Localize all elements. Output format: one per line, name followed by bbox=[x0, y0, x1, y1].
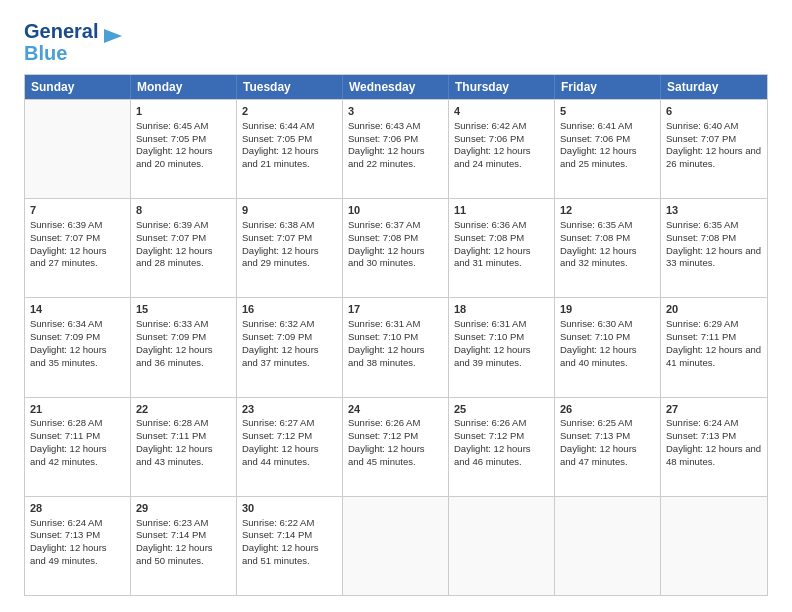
calendar-cell: 16Sunrise: 6:32 AMSunset: 7:09 PMDayligh… bbox=[237, 298, 343, 396]
sunrise-label: Sunrise: 6:24 AM bbox=[666, 417, 738, 428]
daylight-label: Daylight: 12 hours and 46 minutes. bbox=[454, 443, 531, 467]
sunset-label: Sunset: 7:07 PM bbox=[242, 232, 312, 243]
sunrise-label: Sunrise: 6:41 AM bbox=[560, 120, 632, 131]
daylight-label: Daylight: 12 hours and 47 minutes. bbox=[560, 443, 637, 467]
calendar-cell: 13Sunrise: 6:35 AMSunset: 7:08 PMDayligh… bbox=[661, 199, 767, 297]
sunset-label: Sunset: 7:10 PM bbox=[348, 331, 418, 342]
daylight-label: Daylight: 12 hours and 43 minutes. bbox=[136, 443, 213, 467]
calendar-cell: 11Sunrise: 6:36 AMSunset: 7:08 PMDayligh… bbox=[449, 199, 555, 297]
sunrise-label: Sunrise: 6:29 AM bbox=[666, 318, 738, 329]
daylight-label: Daylight: 12 hours and 36 minutes. bbox=[136, 344, 213, 368]
sunset-label: Sunset: 7:07 PM bbox=[666, 133, 736, 144]
daylight-label: Daylight: 12 hours and 30 minutes. bbox=[348, 245, 425, 269]
sunset-label: Sunset: 7:13 PM bbox=[560, 430, 630, 441]
day-number: 15 bbox=[136, 302, 231, 317]
calendar-cell: 24Sunrise: 6:26 AMSunset: 7:12 PMDayligh… bbox=[343, 398, 449, 496]
sunrise-label: Sunrise: 6:26 AM bbox=[348, 417, 420, 428]
daylight-label: Daylight: 12 hours and 51 minutes. bbox=[242, 542, 319, 566]
day-number: 11 bbox=[454, 203, 549, 218]
day-number: 16 bbox=[242, 302, 337, 317]
day-number: 8 bbox=[136, 203, 231, 218]
sunrise-label: Sunrise: 6:35 AM bbox=[560, 219, 632, 230]
day-number: 28 bbox=[30, 501, 125, 516]
sunrise-label: Sunrise: 6:28 AM bbox=[30, 417, 102, 428]
calendar-cell: 15Sunrise: 6:33 AMSunset: 7:09 PMDayligh… bbox=[131, 298, 237, 396]
daylight-label: Daylight: 12 hours and 44 minutes. bbox=[242, 443, 319, 467]
calendar-cell bbox=[25, 100, 131, 198]
weekday-header: Sunday bbox=[25, 75, 131, 99]
sunrise-label: Sunrise: 6:33 AM bbox=[136, 318, 208, 329]
sunrise-label: Sunrise: 6:42 AM bbox=[454, 120, 526, 131]
sunrise-label: Sunrise: 6:39 AM bbox=[136, 219, 208, 230]
sunset-label: Sunset: 7:07 PM bbox=[136, 232, 206, 243]
sunset-label: Sunset: 7:11 PM bbox=[136, 430, 206, 441]
calendar-cell bbox=[343, 497, 449, 595]
sunset-label: Sunset: 7:11 PM bbox=[30, 430, 100, 441]
sunrise-label: Sunrise: 6:24 AM bbox=[30, 517, 102, 528]
calendar-cell: 9Sunrise: 6:38 AMSunset: 7:07 PMDaylight… bbox=[237, 199, 343, 297]
sunset-label: Sunset: 7:06 PM bbox=[560, 133, 630, 144]
day-number: 17 bbox=[348, 302, 443, 317]
sunrise-label: Sunrise: 6:43 AM bbox=[348, 120, 420, 131]
logo-blue: Blue bbox=[24, 42, 67, 64]
sunset-label: Sunset: 7:06 PM bbox=[454, 133, 524, 144]
sunset-label: Sunset: 7:05 PM bbox=[136, 133, 206, 144]
svg-marker-0 bbox=[104, 29, 122, 43]
calendar-cell bbox=[661, 497, 767, 595]
daylight-label: Daylight: 12 hours and 25 minutes. bbox=[560, 145, 637, 169]
sunrise-label: Sunrise: 6:37 AM bbox=[348, 219, 420, 230]
calendar-cell bbox=[555, 497, 661, 595]
sunset-label: Sunset: 7:07 PM bbox=[30, 232, 100, 243]
calendar-cell: 21Sunrise: 6:28 AMSunset: 7:11 PMDayligh… bbox=[25, 398, 131, 496]
sunset-label: Sunset: 7:09 PM bbox=[242, 331, 312, 342]
daylight-label: Daylight: 12 hours and 21 minutes. bbox=[242, 145, 319, 169]
day-number: 2 bbox=[242, 104, 337, 119]
sunrise-label: Sunrise: 6:28 AM bbox=[136, 417, 208, 428]
calendar-cell: 20Sunrise: 6:29 AMSunset: 7:11 PMDayligh… bbox=[661, 298, 767, 396]
day-number: 29 bbox=[136, 501, 231, 516]
day-number: 5 bbox=[560, 104, 655, 119]
weekday-header: Friday bbox=[555, 75, 661, 99]
sunset-label: Sunset: 7:08 PM bbox=[560, 232, 630, 243]
weekday-header: Tuesday bbox=[237, 75, 343, 99]
daylight-label: Daylight: 12 hours and 42 minutes. bbox=[30, 443, 107, 467]
calendar-cell: 26Sunrise: 6:25 AMSunset: 7:13 PMDayligh… bbox=[555, 398, 661, 496]
header: General Blue bbox=[24, 20, 768, 64]
day-number: 26 bbox=[560, 402, 655, 417]
day-number: 18 bbox=[454, 302, 549, 317]
sunset-label: Sunset: 7:12 PM bbox=[454, 430, 524, 441]
daylight-label: Daylight: 12 hours and 27 minutes. bbox=[30, 245, 107, 269]
daylight-label: Daylight: 12 hours and 45 minutes. bbox=[348, 443, 425, 467]
day-number: 3 bbox=[348, 104, 443, 119]
daylight-label: Daylight: 12 hours and 37 minutes. bbox=[242, 344, 319, 368]
sunset-label: Sunset: 7:06 PM bbox=[348, 133, 418, 144]
weekday-header: Thursday bbox=[449, 75, 555, 99]
calendar-cell: 14Sunrise: 6:34 AMSunset: 7:09 PMDayligh… bbox=[25, 298, 131, 396]
day-number: 30 bbox=[242, 501, 337, 516]
calendar-cell: 4Sunrise: 6:42 AMSunset: 7:06 PMDaylight… bbox=[449, 100, 555, 198]
day-number: 23 bbox=[242, 402, 337, 417]
daylight-label: Daylight: 12 hours and 35 minutes. bbox=[30, 344, 107, 368]
sunrise-label: Sunrise: 6:23 AM bbox=[136, 517, 208, 528]
daylight-label: Daylight: 12 hours and 38 minutes. bbox=[348, 344, 425, 368]
sunrise-label: Sunrise: 6:34 AM bbox=[30, 318, 102, 329]
logo-arrow-icon bbox=[102, 25, 124, 47]
calendar-cell: 30Sunrise: 6:22 AMSunset: 7:14 PMDayligh… bbox=[237, 497, 343, 595]
daylight-label: Daylight: 12 hours and 31 minutes. bbox=[454, 245, 531, 269]
calendar-cell: 8Sunrise: 6:39 AMSunset: 7:07 PMDaylight… bbox=[131, 199, 237, 297]
weekday-header: Monday bbox=[131, 75, 237, 99]
daylight-label: Daylight: 12 hours and 32 minutes. bbox=[560, 245, 637, 269]
daylight-label: Daylight: 12 hours and 26 minutes. bbox=[666, 145, 761, 169]
day-number: 21 bbox=[30, 402, 125, 417]
sunrise-label: Sunrise: 6:32 AM bbox=[242, 318, 314, 329]
sunset-label: Sunset: 7:10 PM bbox=[560, 331, 630, 342]
sunrise-label: Sunrise: 6:25 AM bbox=[560, 417, 632, 428]
sunset-label: Sunset: 7:10 PM bbox=[454, 331, 524, 342]
calendar-cell: 2Sunrise: 6:44 AMSunset: 7:05 PMDaylight… bbox=[237, 100, 343, 198]
calendar-cell: 29Sunrise: 6:23 AMSunset: 7:14 PMDayligh… bbox=[131, 497, 237, 595]
sunset-label: Sunset: 7:09 PM bbox=[136, 331, 206, 342]
daylight-label: Daylight: 12 hours and 49 minutes. bbox=[30, 542, 107, 566]
day-number: 13 bbox=[666, 203, 762, 218]
calendar-cell: 23Sunrise: 6:27 AMSunset: 7:12 PMDayligh… bbox=[237, 398, 343, 496]
calendar-row: 21Sunrise: 6:28 AMSunset: 7:11 PMDayligh… bbox=[25, 397, 767, 496]
